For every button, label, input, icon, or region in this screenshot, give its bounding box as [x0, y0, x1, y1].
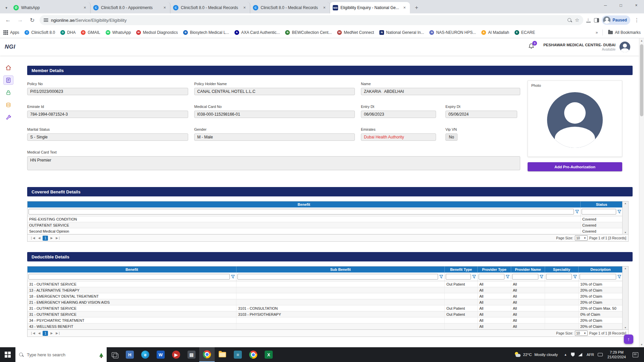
bookmark-clinicsoft[interactable]: CClinicSoft 8.0 [24, 30, 55, 35]
filter-input-benefit-type[interactable] [446, 274, 471, 280]
language-indicator[interactable]: AFR [584, 353, 597, 357]
bookmark-ecare[interactable]: EECARE [515, 30, 535, 35]
taskbar-clock[interactable]: 7:29 PM 21/02/2024 [604, 350, 629, 360]
notifications-button[interactable]: 9 [528, 43, 535, 51]
bookmark-apps[interactable]: Apps [3, 30, 19, 35]
tab-clinicsoft-records-2[interactable]: C ClinicSoft 8.0 - Medical Records × [250, 2, 330, 13]
column-header-benefit[interactable]: Benefit [28, 201, 581, 207]
taskbar-weather[interactable]: 22°C Mostly cloudy [511, 352, 562, 358]
tab-clinicsoft-records-1[interactable]: C ClinicSoft 8.0 - Medical Records × [170, 2, 250, 13]
sidebar-item-home[interactable] [3, 63, 13, 72]
tab-close-icon[interactable]: × [162, 5, 167, 10]
next-page-icon[interactable]: ▶ [50, 236, 53, 240]
expiry-dt-input[interactable]: 05/06/2024 [445, 111, 517, 118]
taskbar-chrome-2[interactable] [246, 347, 261, 362]
action-center-icon[interactable] [633, 352, 638, 357]
tab-list-chevron-icon[interactable]: ▾ [2, 2, 11, 13]
column-header-status[interactable]: Status [581, 201, 623, 207]
emirates-input[interactable]: Dubai Health Authority [361, 133, 436, 141]
filter-input-status[interactable] [582, 209, 616, 215]
bookmark-medsol[interactable]: MMedsol Diagnostics [136, 30, 178, 35]
prev-page-icon[interactable]: ◀ [37, 236, 41, 240]
taskbar-chrome-active[interactable] [199, 347, 215, 362]
bookmark-bewcollection[interactable]: BBEWCollection Cent... [285, 30, 332, 35]
table-row[interactable]: 34 - PSYCHIATRIC TREATMENTAllAll20% of C… [28, 317, 628, 323]
taskbar-app-edge[interactable]: e [138, 347, 153, 362]
address-bar[interactable]: ngionline.ae/Service/Eligibility/Eligibi… [40, 15, 583, 25]
bookmark-dha[interactable]: DDHA [60, 30, 75, 35]
marital-status-input[interactable]: S - Single [27, 133, 188, 141]
policy-holder-input[interactable]: CANAL CENTRAL HOTEL L.L.C [194, 88, 355, 95]
table-row[interactable]: 31 - OUTPATIENT SERVICEOut PatientAllAll… [28, 281, 628, 287]
all-bookmarks-button[interactable]: All Bookmarks [608, 30, 641, 35]
side-panel-icon[interactable] [594, 18, 599, 22]
gender-input[interactable]: M - Male [194, 133, 355, 141]
current-page[interactable]: 1 [43, 331, 48, 336]
filter-input-sub-benefit[interactable] [237, 274, 438, 280]
sidebar-item-billing[interactable] [3, 100, 13, 110]
vip-toggle[interactable]: No [445, 133, 458, 141]
bookmarks-overflow-icon[interactable]: » [596, 30, 597, 35]
taskbar-excel[interactable]: X [261, 347, 276, 362]
zoom-icon[interactable] [567, 18, 572, 23]
column-header-benefit-type[interactable]: Benefit Type [445, 266, 478, 273]
tray-network-icon[interactable] [577, 353, 584, 356]
tab-whatsapp[interactable]: ✆ WhatsApp × [11, 2, 91, 13]
taskbar-app-red[interactable]: ▶ [168, 347, 184, 362]
forward-icon[interactable]: → [15, 15, 25, 25]
filter-funnel-icon[interactable] [617, 209, 622, 214]
filter-funnel-icon[interactable] [539, 275, 544, 279]
user-avatar[interactable] [620, 42, 630, 52]
last-page-icon[interactable]: ▶❘ [55, 331, 61, 335]
next-page-icon[interactable]: ▶ [50, 331, 53, 335]
bookmark-al-madallah[interactable]: AAl Madallah [481, 30, 509, 35]
filter-funnel-icon[interactable] [439, 275, 443, 279]
filter-input-benefit[interactable] [29, 274, 230, 280]
first-page-icon[interactable]: ❘◀ [30, 236, 36, 240]
prev-page-icon[interactable]: ◀ [37, 331, 41, 335]
browser-menu-icon[interactable]: ⋮ [633, 17, 641, 23]
bookmark-biosytech[interactable]: BBiosytech Medical L... [183, 30, 229, 35]
name-input[interactable]: ZAKARIA ABDELHAI [361, 88, 520, 95]
taskbar-search[interactable]: Type here to search [15, 347, 107, 362]
taskbar-file-explorer[interactable] [215, 347, 230, 362]
column-header-speciality[interactable]: Speciality [545, 266, 579, 273]
column-header-provider-type[interactable]: Provider Type [478, 266, 511, 273]
table-row[interactable]: 13 - ALTERNATIVE THERAPYAllAll20% of Cla… [28, 287, 628, 293]
table-row[interactable]: 21 - EMERGENCY HEARING AND VISION AIDSAl… [28, 299, 628, 305]
column-header-sub-benefit[interactable]: Sub Benefit [236, 266, 445, 273]
site-info-icon[interactable] [44, 18, 48, 22]
filter-funnel-icon[interactable] [231, 275, 235, 279]
filter-input-provider-type[interactable] [479, 274, 504, 280]
bookmark-national-general[interactable]: NNational General In... [379, 30, 424, 35]
table-row[interactable]: 31 - OUTPATIENT SERVICE3103 - PHYSIOTHER… [28, 311, 628, 317]
sidebar-item-security[interactable] [3, 88, 13, 97]
last-page-icon[interactable]: ▶❘ [55, 236, 61, 240]
current-page[interactable]: 1 [43, 236, 48, 241]
page-size-select[interactable]: 10▼ [575, 235, 588, 241]
bookmark-star-icon[interactable]: ☆ [575, 17, 579, 23]
table-row[interactable]: OUTPATIENT SERVICE Covered [28, 222, 628, 228]
tab-close-icon[interactable]: × [322, 5, 327, 10]
scroll-down-icon[interactable]: ▼ [639, 343, 644, 346]
downloads-icon[interactable]: ↓ [586, 17, 591, 23]
reload-icon[interactable]: ↻ [28, 15, 37, 25]
tab-clinicsoft-appointments[interactable]: C ClinicSoft 8.0 - Appointments × [91, 2, 170, 13]
medical-card-no-input[interactable]: I038-000-115298166-01 [194, 111, 355, 118]
new-tab-button[interactable]: + [412, 3, 421, 12]
bookmark-whatsapp[interactable]: WWhatsApp [106, 30, 131, 35]
policy-no-input[interactable]: P/01/2023/000623 [27, 88, 188, 95]
table-row[interactable]: 43 - WELLNESS BENEFITAllAll20% of Claim [28, 323, 628, 329]
bookmark-nas-neuron[interactable]: NNAS-NEURON HPS... [429, 30, 476, 35]
add-preauthorization-button[interactable]: Add Pre-Authorization [528, 162, 622, 171]
table-row[interactable]: PRE-EXISTING CONDITION Covered [28, 216, 628, 222]
bookmark-axa[interactable]: AAXA Card Authentic... [234, 30, 280, 35]
filter-funnel-icon[interactable] [472, 275, 476, 279]
scroll-to-top-button[interactable]: ↑ [624, 335, 633, 344]
filter-input-provider-name[interactable] [512, 274, 538, 280]
minimize-button[interactable]: ─ [598, 0, 613, 11]
column-header-benefit[interactable]: Benefit [28, 266, 236, 273]
filter-funnel-icon[interactable] [617, 275, 622, 279]
filter-funnel-icon[interactable] [573, 275, 577, 279]
entry-dt-input[interactable]: 06/06/2023 [361, 111, 436, 118]
